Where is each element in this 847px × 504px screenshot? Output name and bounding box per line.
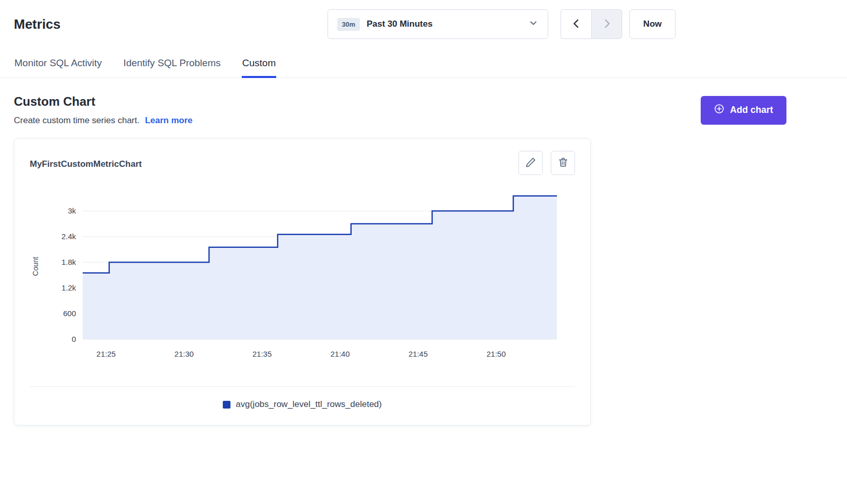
add-chart-button[interactable]: Add chart — [701, 96, 786, 125]
time-range-picker[interactable]: 30m Past 30 Minutes — [328, 9, 548, 39]
trash-icon — [557, 157, 569, 169]
svg-text:0: 0 — [72, 335, 76, 343]
time-nav-group — [561, 9, 622, 39]
svg-text:21:30: 21:30 — [175, 350, 194, 358]
custom-chart-section-head: Custom Chart Create custom time series c… — [0, 78, 847, 126]
page-header: Metrics 30m Past 30 Minutes — [0, 0, 847, 39]
legend-divider — [30, 386, 575, 387]
chart-legend: avg(jobs_row_level_ttl_rows_deleted) — [30, 399, 575, 410]
tab-monitor-sql-activity[interactable]: Monitor SQL Activity — [14, 54, 102, 77]
add-chart-label: Add chart — [730, 105, 773, 115]
chart-card-header: MyFirstCustomMetricChart — [30, 151, 575, 175]
section-subtitle: Create custom time series chart. Learn m… — [14, 115, 192, 126]
custom-chart-heading-block: Custom Chart Create custom time series c… — [14, 94, 192, 126]
svg-text:21:25: 21:25 — [97, 350, 116, 358]
pencil-icon — [525, 157, 536, 169]
svg-text:21:45: 21:45 — [409, 350, 428, 358]
page-title: Metrics — [14, 16, 61, 32]
time-controls: 30m Past 30 Minutes Now — [328, 9, 676, 39]
svg-text:Count: Count — [31, 257, 40, 276]
custom-metric-chart-card: MyFirstCustomMetricChart 06001.2k1.8k2.4… — [14, 138, 591, 425]
section-subtitle-text: Create custom time series chart. — [14, 115, 140, 125]
legend-swatch — [223, 401, 230, 409]
svg-text:3k: 3k — [68, 206, 76, 215]
delete-chart-button[interactable] — [551, 151, 575, 175]
section-title: Custom Chart — [14, 94, 192, 109]
metrics-page: Metrics 30m Past 30 Minutes — [0, 0, 847, 425]
svg-text:21:40: 21:40 — [331, 350, 350, 358]
now-button[interactable]: Now — [629, 9, 676, 39]
edit-chart-button[interactable] — [518, 151, 543, 175]
svg-text:21:50: 21:50 — [487, 350, 506, 358]
tab-identify-sql-problems[interactable]: Identify SQL Problems — [123, 54, 221, 77]
chart-title: MyFirstCustomMetricChart — [30, 159, 142, 169]
chart-actions — [518, 151, 575, 175]
svg-text:21:35: 21:35 — [253, 350, 272, 358]
chevron-right-icon — [601, 17, 613, 31]
plus-circle-icon — [714, 104, 724, 117]
chevron-left-icon — [570, 17, 583, 31]
svg-text:1.2k: 1.2k — [62, 283, 76, 292]
chevron-down-icon — [528, 18, 538, 30]
legend-label: avg(jobs_row_level_ttl_rows_deleted) — [236, 399, 381, 410]
tab-bar: Monitor SQL Activity Identify SQL Proble… — [0, 54, 847, 78]
svg-text:2.4k: 2.4k — [62, 232, 76, 241]
previous-range-button[interactable] — [561, 9, 591, 39]
next-range-button[interactable] — [591, 9, 622, 39]
svg-text:1.8k: 1.8k — [62, 258, 76, 266]
time-series-chart[interactable]: 06001.2k1.8k2.4k3k21:2521:3021:3521:4021… — [30, 186, 575, 366]
tab-custom[interactable]: Custom — [242, 54, 276, 77]
time-range-label: Past 30 Minutes — [367, 19, 433, 29]
time-range-badge: 30m — [337, 18, 360, 31]
learn-more-link[interactable]: Learn more — [145, 115, 192, 125]
svg-text:600: 600 — [63, 309, 76, 318]
